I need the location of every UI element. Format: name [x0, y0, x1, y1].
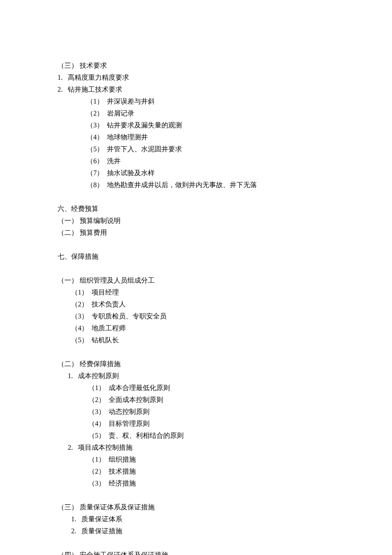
spacer [58, 489, 334, 501]
section-7-1-item-1: （1） 项目经理 [58, 286, 334, 298]
section-7-1-title: （一） 组织管理及人员组成分工 [58, 275, 334, 286]
section-3-sub-7: （7） 抽水试验及水样 [58, 167, 334, 179]
section-7-1-item-3: （3） 专职质检员、专职安全员 [58, 310, 334, 322]
section-3-item-1: 1. 高精度重力精度要求 [58, 72, 334, 84]
spacer [58, 537, 334, 549]
section-6-title: 六、经费预算 [58, 203, 334, 215]
spacer [58, 191, 334, 203]
section-7-title: 七、保障措施 [58, 251, 334, 263]
section-7-2-1-sub-1: （1） 成本合理最低化原则 [58, 382, 334, 394]
section-7-2-2-sub-1: （1） 组织措施 [58, 454, 334, 465]
section-7-4-title: （四） 安全施工保证体系及保证措施 [58, 549, 334, 555]
section-3-sub-2: （2） 岩屑记录 [58, 107, 334, 119]
section-7-2-item-1: 1. 成本控制原则 [58, 370, 334, 382]
section-7-1-item-5: （5） 钻机队长 [58, 334, 334, 346]
section-7-2-item-2: 2. 项目成本控制措施 [58, 442, 334, 454]
section-3-sub-8: （8） 地热勘查井成井以后，做到井内无事故、井下无落 [58, 179, 334, 191]
section-3-sub-1: （1） 井深误差与井斜 [58, 95, 334, 107]
section-6-item-2: （二） 预算费用 [58, 227, 334, 239]
section-7-2-1-sub-2: （2） 全面成本控制原则 [58, 394, 334, 406]
spacer [58, 239, 334, 251]
section-3-sub-3: （3） 钻井要求及漏失量的观测 [58, 119, 334, 131]
section-3-sub-4: （4） 地球物理测井 [58, 131, 334, 143]
section-6-item-1: （一） 预算编制说明 [58, 215, 334, 227]
section-7-2-1-sub-4: （4） 目标管理原则 [58, 418, 334, 430]
section-7-3-title: （三） 质量保证体系及保证措施 [58, 501, 334, 513]
section-7-2-1-sub-5: （5） 责、权、利相结合的原则 [58, 430, 334, 442]
section-3-sub-6: （6） 洗井 [58, 155, 334, 167]
section-7-2-2-sub-2: （2） 技术措施 [58, 465, 334, 477]
section-3-sub-5: （5） 井管下入、水泥固井要求 [58, 143, 334, 155]
section-7-1-item-4: （4） 地质工程师 [58, 322, 334, 334]
section-7-2-1-sub-3: （3） 动态控制原则 [58, 406, 334, 418]
section-7-1-item-2: （2） 技术负责人 [58, 298, 334, 310]
section-7-3-item-2: 2. 质量保证措施 [58, 525, 334, 537]
spacer [58, 346, 334, 358]
spacer [58, 263, 334, 275]
section-3-title: （三） 技术要求 [58, 60, 334, 72]
section-7-3-item-1: 1. 质量保证体系 [58, 513, 334, 525]
section-7-2-title: （二） 经费保障措施 [58, 358, 334, 370]
section-3-item-2: 2. 钻井施工技术要求 [58, 84, 334, 95]
section-7-2-2-sub-3: （3） 经济措施 [58, 477, 334, 489]
